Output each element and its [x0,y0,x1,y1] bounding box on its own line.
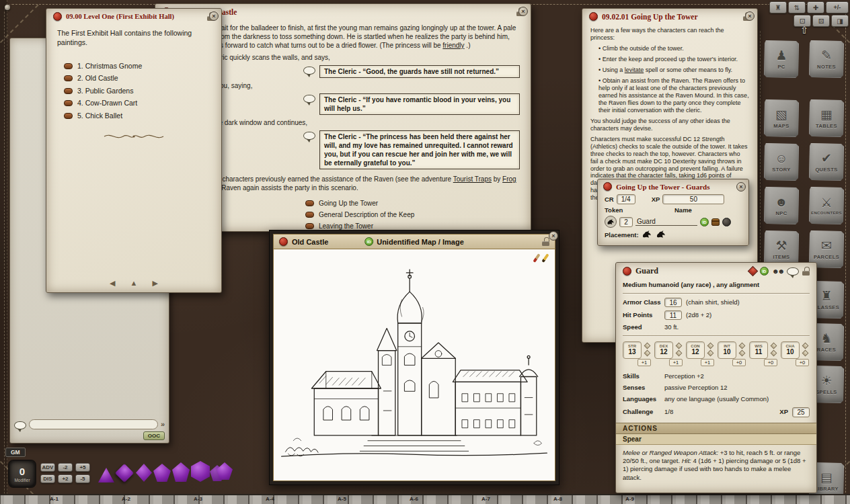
ability-mod[interactable]: +0 [732,359,746,366]
dice-tower-button[interactable]: ♜ [769,1,787,13]
save-roll-button[interactable] [802,349,808,356]
save-roll-button[interactable] [675,349,682,356]
die-d8[interactable] [136,464,152,482]
image-record-icon[interactable] [279,237,288,246]
save-roll-button[interactable] [644,349,650,356]
close-button[interactable]: × [736,182,746,192]
story-link-icon[interactable] [64,75,73,81]
lock-icon[interactable] [542,237,549,246]
speak-icon[interactable] [787,267,799,276]
speech-bubble-icon[interactable] [303,95,315,103]
story-window-level-one[interactable]: 09.00 Level One (First Exhibit Hall) × T… [46,8,222,293]
ability-score-button[interactable]: CON12 [686,341,705,359]
sidebar-item-maps[interactable]: ▧MAPS [764,99,799,137]
ability-mod[interactable]: +0 [796,359,809,366]
ability-score-button[interactable]: STR13 [623,341,642,359]
pointer-button[interactable]: ✚ [807,1,824,13]
story-record-icon[interactable] [589,12,598,21]
panel-toggle-button[interactable]: ◨ [831,15,849,27]
sidebar-item-tables[interactable]: ▦TABLES [809,99,844,137]
story-link-icon[interactable] [305,212,314,218]
id-badge[interactable]: ID [760,267,769,276]
image-window-old-castle[interactable]: × Old Castle ID Unidentified Map / Image [269,230,559,485]
chat-quote[interactable]: The Cleric - “Good, the guards have stil… [303,65,520,78]
die-d6[interactable] [115,464,134,482]
save-roll-button[interactable] [770,349,777,356]
story-link[interactable]: 5. Chick Ballet [64,111,210,120]
die-d4[interactable] [98,468,114,482]
ooc-button[interactable]: OOC [143,431,165,440]
chat-mode-icon[interactable] [14,421,26,429]
story-link-icon[interactable] [305,200,314,206]
speech-bubble-icon[interactable] [303,132,315,140]
save-roll-button[interactable] [738,349,745,356]
chat-send-chevron[interactable]: » [161,421,165,428]
dice-swap-button[interactable]: ⇅ [788,1,806,13]
sidebar-item-story[interactable]: ☺STORY [764,143,799,181]
sidebar-item-quests[interactable]: ✔QUESTS [809,143,844,181]
prev-page-button[interactable]: ◀ [110,279,115,288]
ability-mod[interactable]: +1 [638,359,651,366]
placed-token-icon[interactable] [656,230,667,239]
xp-field[interactable]: 25 [792,407,810,417]
parent-page-button[interactable]: ▲ [130,279,138,288]
story-link-icon[interactable] [64,88,73,94]
sidebar-item-encounters[interactable]: ⚔ENCOUNTERS [809,187,844,224]
xp-field[interactable]: 50 [662,194,724,204]
sidebar-item-npc[interactable]: ☻NPC [764,187,799,224]
save-roll-button[interactable] [707,349,713,356]
npc-sheet-guard[interactable]: Guard ID ☻☻ Medium humanoid (any race) ,… [615,262,817,493]
quote-text[interactable]: The Cleric - “Good, the guards have stil… [319,65,520,78]
action-name[interactable]: Spear [616,434,816,445]
ability-mod[interactable]: +1 [701,359,714,366]
guard-token[interactable] [605,216,617,228]
image-viewport[interactable] [274,249,555,480]
ability-score-button[interactable]: INT10 [718,341,736,359]
minus-5-button[interactable]: -5 [75,474,90,483]
story-link[interactable]: 3. Public Gardens [64,86,210,95]
tourist-traps-link[interactable]: Tourist Traps [453,175,492,183]
plus-2-button[interactable]: +2 [58,474,73,483]
story-link[interactable]: 2. Old Castle [64,73,210,83]
ability-score-button[interactable]: CHA10 [781,341,800,359]
count-field[interactable]: 2 [619,217,633,227]
story-link-icon[interactable] [305,223,314,229]
ability-mod[interactable]: +1 [669,359,683,366]
story-link-icon[interactable] [64,100,73,106]
menu-button[interactable] [722,218,731,226]
close-button[interactable]: × [209,11,219,21]
levitate-link[interactable]: levitate [625,67,644,73]
init-die-icon[interactable] [748,266,759,277]
die-style-button-2[interactable]: ⚄ [812,15,830,27]
check-roll-button[interactable] [738,342,745,349]
check-roll-button[interactable] [770,342,777,349]
advantage-button[interactable]: ADV [40,463,55,472]
quote-text[interactable]: The Cleric - “If you have romantic blood… [319,93,520,115]
hp-field[interactable]: 11 [664,310,682,320]
party-tokens-icon[interactable]: ☻☻ [772,267,783,275]
story-link-icon[interactable] [64,63,73,69]
die-d10[interactable] [153,464,171,482]
sidebar-item-notes[interactable]: ✎NOTES [809,40,844,78]
encounter-record-icon[interactable] [603,182,612,191]
id-badge[interactable]: ID [364,237,373,246]
check-roll-button[interactable] [644,342,650,349]
chat-input[interactable] [29,419,158,429]
cr-field[interactable]: 1/4 [617,194,635,204]
ability-score-button[interactable]: DEX12 [654,341,673,359]
plus-5-button[interactable]: +5 [75,463,90,472]
npc-name-field[interactable]: Guard [635,218,697,226]
close-button[interactable]: × [745,11,755,21]
die-d12[interactable] [172,462,190,482]
story-record-icon[interactable] [53,12,62,21]
npc-record-icon[interactable] [623,267,631,276]
close-button[interactable]: × [549,231,558,241]
sidebar-item-pc[interactable]: ♟PC [764,40,799,78]
lock-icon[interactable] [802,267,810,276]
die-d20[interactable] [191,461,210,482]
story-link[interactable]: Going Up the Tower [305,199,520,208]
friendly-link[interactable]: friendly [442,42,464,49]
plus-minus-button[interactable]: +/- [826,1,849,13]
ac-field[interactable]: 16 [664,298,682,307]
minus-2-button[interactable]: -2 [58,463,73,472]
